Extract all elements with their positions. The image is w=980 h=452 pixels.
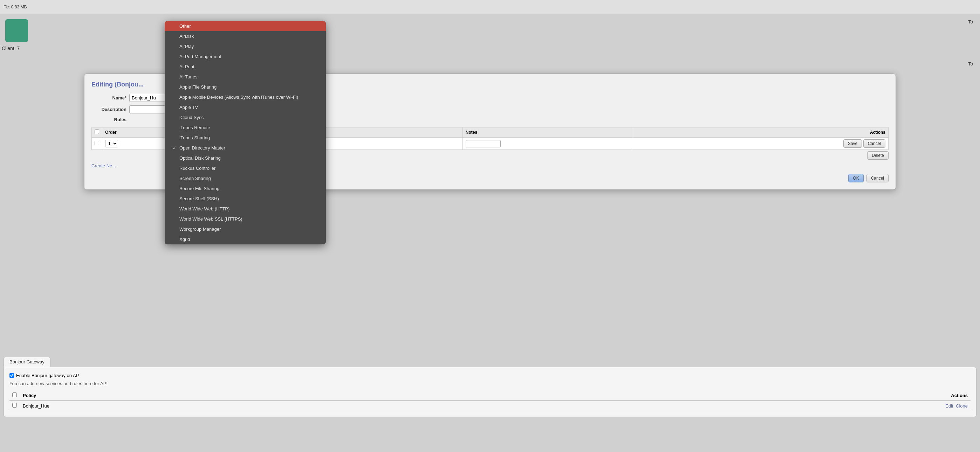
traffic-text: ffic: 0.83 MB [3,5,27,10]
dropdown-item[interactable]: Screen Sharing [165,173,326,184]
dropdown-item[interactable]: Secure File Sharing [165,184,326,193]
dropdown-item[interactable]: iTunes Remote [165,122,326,133]
ok-button[interactable]: OK [848,174,863,182]
policy-row-checkbox[interactable] [12,403,17,408]
dropdown-item-label: AirTunes [180,74,197,79]
policy-col-checkbox [10,390,20,401]
dropdown-item[interactable]: World Wide Web (HTTP) [165,204,326,214]
enable-checkbox-row: Enable Bonjour gateway on AP [10,373,970,378]
dropdown-item-label: iTunes Sharing [180,135,210,140]
policy-row-actions: Edit Clone [517,401,970,411]
service-dropdown: OtherAirDiskAirPlayAirPort ManagementAir… [165,21,326,244]
dropdown-item-label: AirPlay [180,44,194,49]
dropdown-item-label: World Wide Web SSL (HTTPS) [180,216,242,222]
dropdown-item-checkmark: ✓ [172,145,177,151]
dropdown-item[interactable]: AirTunes [165,72,326,82]
policy-col-header: Policy [20,390,517,401]
dropdown-item[interactable]: iTunes Sharing [165,133,326,143]
to-label-2: To [968,61,973,67]
dropdown-item[interactable]: AirDisk [165,31,326,41]
dropdown-item[interactable]: AirPlay [165,41,326,51]
policy-row-checkbox-cell [10,401,20,411]
cancel-row-button[interactable]: Cancel [863,140,885,148]
enable-bonjour-label: Enable Bonjour gateway on AP [16,373,79,378]
save-row-button[interactable]: Save [843,140,862,148]
edit-link[interactable]: Edit [945,403,953,409]
row-actions-cell: Save Cancel [633,138,888,150]
dropdown-item-label: AirDisk [180,33,194,39]
dropdown-item[interactable]: Ruckus Controller [165,163,326,173]
col-header-checkbox [92,127,102,138]
dropdown-item[interactable]: Apple TV [165,102,326,113]
client-text: Client: 7 [2,46,20,51]
bonjour-gateway-tab[interactable]: Bonjour Gateway [3,357,51,367]
create-new-link[interactable]: Create Ne... [91,163,116,168]
dropdown-item-label: Apple File Sharing [180,84,216,90]
dropdown-item[interactable]: ✓Open Directory Master [165,143,326,153]
dropdown-item-label: Ruckus Controller [180,166,215,171]
row-notes-cell [463,138,633,150]
row-checkbox-cell [92,138,102,150]
col-header-actions: Actions [633,127,888,138]
dropdown-item[interactable]: AirPort Management [165,51,326,62]
select-all-checkbox[interactable] [95,130,99,134]
policy-actions-col: Actions [517,390,970,401]
rules-label: Rules [91,117,126,122]
tab-bar: Bonjour Gateway [3,357,977,367]
dropdown-item[interactable]: Workgroup Manager [165,224,326,234]
row-checkbox[interactable] [95,141,99,145]
dropdown-item-label: Open Directory Master [180,145,225,151]
dropdown-item-label: Other [180,24,191,29]
dropdown-item[interactable]: Apple Mobile Devices (Allows Sync with i… [165,92,326,102]
dropdown-item[interactable]: iCloud Sync [165,113,326,122]
dropdown-item-label: Apple Mobile Devices (Allows Sync with i… [180,95,298,100]
clone-link[interactable]: Clone [956,403,968,409]
notes-input[interactable] [466,140,501,147]
enable-bonjour-checkbox[interactable] [10,373,14,378]
dropdown-item-label: Secure File Sharing [180,186,220,191]
dropdown-item[interactable]: World Wide Web SSL (HTTPS) [165,214,326,224]
bonjour-gateway-section: Bonjour Gateway Enable Bonjour gateway o… [3,357,977,417]
order-select[interactable]: 1 2 3 [105,140,118,147]
bonjour-tab-content: Enable Bonjour gateway on AP You can add… [3,367,977,417]
dropdown-item[interactable]: Optical Disk Sharing [165,153,326,163]
policy-table: Policy Actions Bonjour_Hue Edit Clone [10,390,970,411]
cancel-modal-button[interactable]: Cancel [867,174,889,182]
dropdown-item[interactable]: AirPrint [165,62,326,72]
top-bar: ffic: 0.83 MB [0,0,980,14]
col-header-notes: Notes [463,127,633,138]
dropdown-item[interactable]: Secure Shell (SSH) [165,193,326,204]
dropdown-item-label: World Wide Web (HTTP) [180,206,229,211]
help-text: You can add new services and rules here … [10,381,970,386]
delete-button[interactable]: Delete [867,151,889,160]
policy-row-name: Bonjour_Hue [20,401,517,411]
to-label-1: To [968,19,973,24]
bonjour-gateway-tab-label: Bonjour Gateway [10,359,45,365]
dropdown-item-label: Optical Disk Sharing [180,155,221,161]
dropdown-item[interactable]: Other [165,21,326,31]
dropdown-item-label: AirPrint [180,64,194,69]
dropdown-item-label: iTunes Remote [180,125,210,130]
dropdown-item[interactable]: Xgrid [165,234,326,244]
dropdown-item-label: Workgroup Manager [180,227,221,232]
description-label: Description [91,107,126,112]
dropdown-item-label: Screen Sharing [180,176,211,181]
name-label: Name* [91,95,126,100]
green-icon [5,19,28,42]
policy-table-row: Bonjour_Hue Edit Clone [10,401,970,411]
dropdown-item-label: AirPort Management [180,54,221,59]
dropdown-item-label: Xgrid [180,237,190,242]
dropdown-item-label: iCloud Sync [180,115,204,120]
policy-select-all[interactable] [12,392,17,397]
dropdown-item-label: Secure Shell (SSH) [180,196,219,201]
dropdown-item[interactable]: Apple File Sharing [165,82,326,92]
dropdown-item-label: Apple TV [180,105,198,110]
